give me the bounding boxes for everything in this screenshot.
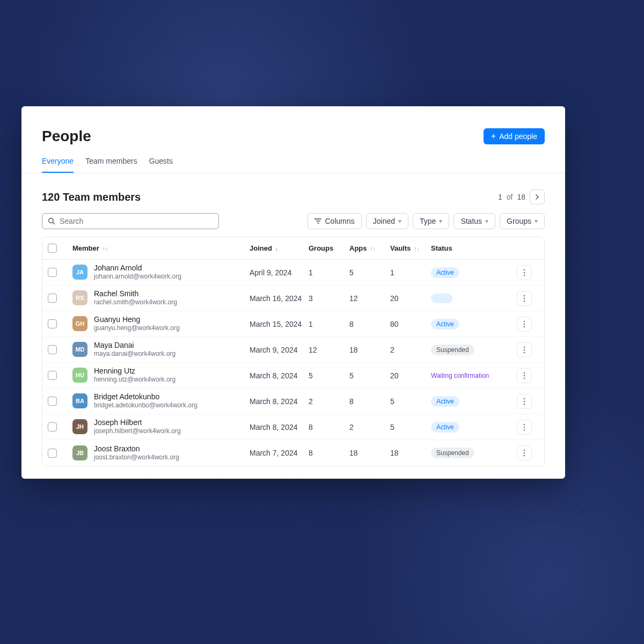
search-input[interactable] (60, 217, 213, 225)
avatar: RS (72, 290, 87, 305)
apps-count: 8 (349, 397, 390, 406)
search-input-wrapper[interactable] (42, 213, 219, 229)
member-email: guanyu.heng@work4work.org (94, 324, 180, 333)
kebab-icon (523, 295, 525, 302)
row-checkbox[interactable] (48, 268, 57, 277)
row-menu-button[interactable] (517, 317, 532, 332)
row-menu-button[interactable] (517, 342, 532, 357)
avatar: HU (72, 368, 87, 383)
member-cell: JH Joseph Hilbert joseph.hilbert@work4wo… (72, 418, 250, 435)
filter-joined[interactable]: Joined ▾ (366, 213, 408, 229)
controls-row: Columns Joined ▾ Type ▾ Status ▾ Groups … (21, 204, 565, 237)
vaults-count: 5 (390, 423, 431, 431)
row-checkbox[interactable] (48, 345, 57, 354)
svg-point-18 (524, 400, 525, 402)
apps-count: 8 (349, 320, 390, 328)
sort-down-icon: ↓ (275, 245, 279, 252)
status-badge: Suspended (431, 448, 474, 458)
member-cell: HU Henning Utz henning.utz@work4work.org (72, 367, 250, 384)
svg-point-25 (524, 455, 525, 457)
chevron-down-icon: ▾ (398, 217, 401, 225)
svg-point-13 (524, 352, 525, 353)
member-email: rachel.smith@work4work.org (94, 298, 177, 307)
row-menu-button[interactable] (517, 394, 532, 409)
tab-team-members[interactable]: Team members (85, 157, 137, 173)
subheader: 120 Team members 1 of 18 (21, 173, 565, 204)
vaults-count: 18 (390, 449, 431, 457)
pagination-next-button[interactable] (530, 189, 545, 204)
avatar: JA (72, 265, 87, 280)
row-checkbox[interactable] (48, 371, 57, 380)
tab-everyone[interactable]: Everyone (42, 157, 74, 173)
row-menu-button[interactable] (517, 445, 532, 460)
tab-guests[interactable]: Guests (149, 157, 173, 173)
add-people-button[interactable]: + Add people (484, 128, 545, 144)
filter-status[interactable]: Status ▾ (453, 213, 495, 229)
row-checkbox[interactable] (48, 319, 57, 328)
member-cell: RS Rachel Smith rachel.smith@work4work.o… (72, 289, 250, 306)
chevron-down-icon: ▾ (485, 217, 488, 225)
svg-point-14 (524, 372, 525, 374)
row-menu-button[interactable] (517, 265, 532, 280)
row-menu-button[interactable] (517, 368, 532, 383)
groups-count: 1 (309, 268, 349, 277)
filter-type[interactable]: Type ▾ (413, 213, 449, 229)
avatar: MD (72, 342, 87, 357)
svg-point-17 (524, 398, 525, 399)
plus-icon: + (491, 132, 496, 141)
apps-count: 2 (349, 423, 390, 431)
status-badge: Waiting confirmation (431, 370, 494, 381)
status-badge (431, 294, 452, 303)
table-row: JA Johann Arnold johann.arnold@work4work… (42, 260, 544, 286)
apps-count: 18 (349, 346, 390, 354)
row-menu-button[interactable] (517, 291, 532, 306)
select-all-checkbox[interactable] (48, 244, 57, 253)
pagination-of: of (507, 193, 513, 201)
kebab-icon (523, 269, 525, 276)
row-checkbox[interactable] (48, 449, 57, 458)
row-checkbox[interactable] (48, 422, 57, 431)
avatar: BA (72, 393, 87, 408)
joined-date: April 9, 2024 (250, 268, 309, 277)
groups-count: 8 (309, 423, 349, 431)
svg-point-16 (524, 377, 525, 379)
chevron-right-icon (535, 194, 540, 200)
member-name: Maya Danai (94, 341, 175, 350)
svg-point-24 (524, 452, 525, 454)
status-badge: Active (431, 396, 459, 407)
col-groups[interactable]: Groups (309, 244, 349, 252)
svg-point-23 (524, 450, 525, 451)
svg-point-15 (524, 375, 525, 376)
avatar: GH (72, 316, 87, 331)
row-checkbox[interactable] (48, 294, 57, 303)
table-row: JB Joost Braxton joost.braxton@work4work… (42, 440, 544, 466)
col-vaults[interactable]: Vaults ↑↓ (390, 244, 431, 252)
row-menu-button[interactable] (517, 420, 532, 435)
svg-line-1 (53, 222, 54, 224)
filter-groups[interactable]: Groups ▾ (500, 213, 545, 229)
col-status[interactable]: Status (431, 244, 517, 252)
groups-count: 1 (309, 320, 349, 328)
member-cell: MD Maya Danai maya.danai@work4work.org (72, 341, 250, 358)
columns-button[interactable]: Columns (308, 213, 362, 229)
svg-point-3 (524, 272, 525, 273)
col-joined[interactable]: Joined ↓ (250, 244, 309, 252)
member-name: Johann Arnold (94, 264, 181, 273)
page-title: People (42, 128, 91, 145)
sort-icon: ↑↓ (370, 245, 376, 252)
columns-icon (314, 218, 322, 224)
col-apps[interactable]: Apps ↑↓ (349, 244, 390, 252)
row-checkbox[interactable] (48, 397, 57, 406)
groups-count: 3 (309, 294, 349, 303)
member-email: joost.braxton@work4work.org (94, 453, 179, 462)
kebab-icon (523, 398, 525, 405)
chevron-down-icon: ▾ (439, 217, 442, 225)
chevron-down-icon: ▾ (535, 217, 538, 225)
groups-count: 8 (309, 449, 349, 457)
groups-count: 5 (309, 371, 349, 380)
col-member[interactable]: Member ↑↓ (72, 244, 250, 252)
status-badge: Suspended (431, 345, 474, 355)
kebab-icon (523, 372, 525, 379)
svg-point-8 (524, 320, 525, 322)
svg-point-12 (524, 349, 525, 350)
